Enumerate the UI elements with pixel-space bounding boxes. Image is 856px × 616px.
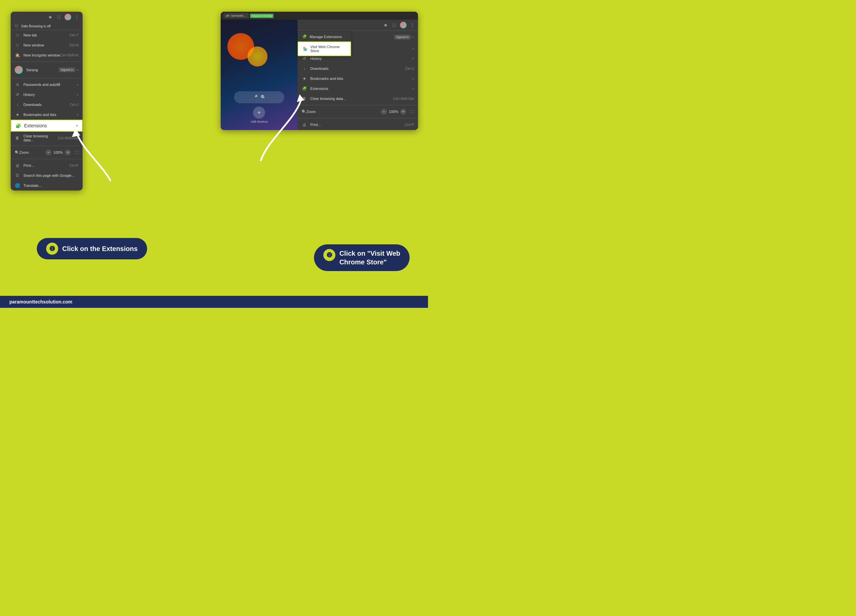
new-incognito-item[interactable]: 🕵 New Incognito window Ctrl+Shift+N (11, 50, 83, 60)
passwords-item[interactable]: ⊙ Passwords and autofill > (11, 80, 83, 89)
zoom-value: 100% (389, 110, 398, 114)
manage-extensions-icon: 🧩 (302, 34, 307, 39)
history-icon: ↺ (302, 56, 307, 61)
more-menu-icon[interactable]: ⋮ (74, 14, 80, 20)
decorative-circle-2 (248, 46, 268, 66)
history-icon: ↺ (15, 92, 20, 97)
step-2-label: ❷ Click on "Visit WebChrome Store" (314, 244, 410, 271)
download-icon: ↓ (15, 102, 20, 107)
chrome-right-menu: ★ □ ⋮ 🧩 Manage Extensions 🏪 Visit Web Ch… (297, 20, 418, 130)
google-icon: G (15, 173, 20, 178)
extensions-icon[interactable]: □ (391, 22, 397, 28)
bookmarks-icon: ★ (15, 112, 20, 117)
bookmark-icon[interactable]: ★ (383, 22, 388, 28)
zoom-icon: 🔍 (15, 151, 19, 155)
right-toolbar: ★ □ ⋮ (297, 20, 418, 31)
tab-bar: ph: Semantic... Keyword Density (221, 12, 418, 20)
svg-marker-1 (297, 94, 304, 102)
history-item[interactable]: ↺ History > (11, 89, 83, 100)
more-menu-icon[interactable]: ⋮ (409, 22, 415, 28)
password-icon: ⊙ (15, 82, 20, 87)
chevron-icon: > (77, 93, 79, 97)
divider-2 (11, 78, 83, 78)
step-1-circle: ❶ (46, 243, 58, 255)
extensions-icon[interactable]: □ (56, 14, 62, 20)
r-print-item[interactable]: 🖨 Print... Ctrl+P (297, 120, 418, 130)
zoom-plus-button[interactable]: + (400, 109, 406, 115)
extensions-puzzle-icon: 🧩 (15, 123, 21, 128)
menu-section-new: □ New tab Ctrl+T □ New window Ctrl+N 🕵 N… (11, 30, 83, 60)
store-icon: 🏪 (303, 47, 308, 51)
shield-icon: 🛡 (15, 24, 18, 28)
footer: paramounttechsolution.com (0, 296, 428, 308)
tab-semantic[interactable]: ph: Semantic... (223, 13, 249, 18)
footer-text: paramounttechsolution.com (9, 299, 72, 304)
new-tab-icon: □ (15, 32, 20, 38)
r-divider (297, 105, 418, 105)
r-search-google-item[interactable]: G Search this page with Google... (297, 130, 418, 130)
print-icon: 🖨 (15, 163, 20, 168)
new-window-icon: □ (15, 43, 20, 48)
arrow-1 (57, 117, 131, 187)
keyword-density-tab[interactable]: Keyword Density (250, 14, 274, 18)
visit-web-chrome-store-item[interactable]: 🏪 Visit Web Chrome Store (297, 41, 351, 56)
r-extensions-item[interactable]: 🧩 Extensions > (297, 84, 418, 94)
extensions-submenu: 🧩 Manage Extensions 🏪 Visit Web Chrome S… (297, 32, 351, 56)
chevron-icon: > (77, 68, 79, 72)
zoom-minus-button[interactable]: − (381, 109, 387, 115)
arrow-2 (234, 80, 314, 167)
safe-browsing-notice: 🛡 Safe Browsing is off (11, 22, 83, 30)
left-toolbar: ★ □ ⋮ (11, 12, 83, 22)
translate-icon: 🌐 (15, 183, 20, 188)
zoom-minus-button[interactable]: − (45, 149, 51, 155)
r-divider2 (297, 118, 418, 118)
trash-icon: 🗑 (15, 135, 20, 141)
new-tab-item[interactable]: □ New tab Ctrl+T (11, 30, 83, 40)
svg-marker-0 (72, 129, 80, 137)
user-avatar (15, 66, 23, 74)
step-2-circle: ❷ (323, 249, 336, 261)
r-downloads-item[interactable]: ↓ Downloads Ctrl+J (297, 63, 418, 74)
divider-1 (11, 61, 83, 62)
incognito-icon: 🕵 (15, 52, 20, 58)
downloads-item[interactable]: ↓ Downloads Ctrl+J (11, 100, 83, 110)
chevron-icon: > (77, 83, 79, 86)
user-profile-item[interactable]: Sarang Signed in > (11, 63, 83, 77)
fullscreen-icon[interactable]: ⛶ (410, 110, 414, 114)
r-zoom-control: 🔍 Zoom − 100% + ⛶ (297, 107, 418, 117)
avatar[interactable] (65, 14, 71, 20)
chevron-icon: > (77, 113, 79, 117)
new-window-item[interactable]: □ New window Ctrl+N (11, 40, 83, 50)
manage-extensions-item[interactable]: 🧩 Manage Extensions (297, 32, 351, 41)
r-clear-browsing-item[interactable]: 🗑 Clear browsing data... Ctrl+Shift+Del (297, 94, 418, 104)
avatar[interactable] (400, 22, 406, 28)
bookmark-icon[interactable]: ★ (47, 14, 53, 20)
step-1-label: ❶ Click on the Extensions (37, 238, 147, 260)
r-bookmarks-item[interactable]: ★ Bookmarks and lists > (297, 74, 418, 84)
download-icon: ↓ (302, 66, 307, 71)
